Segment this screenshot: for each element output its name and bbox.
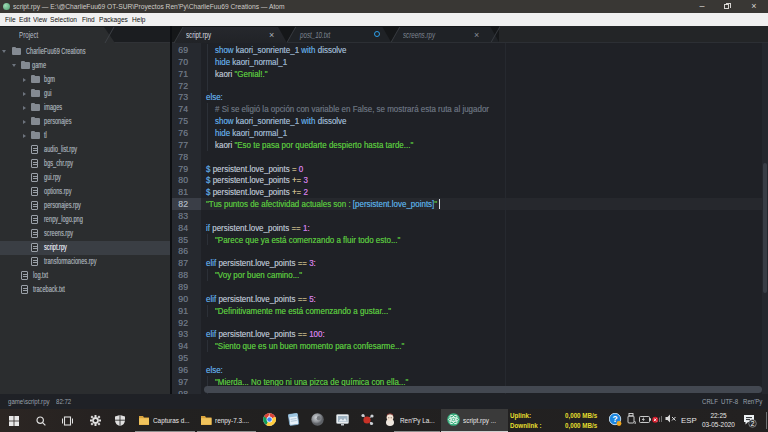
svg-text:2: 2 xyxy=(751,420,755,427)
svg-text:?: ? xyxy=(612,413,617,423)
